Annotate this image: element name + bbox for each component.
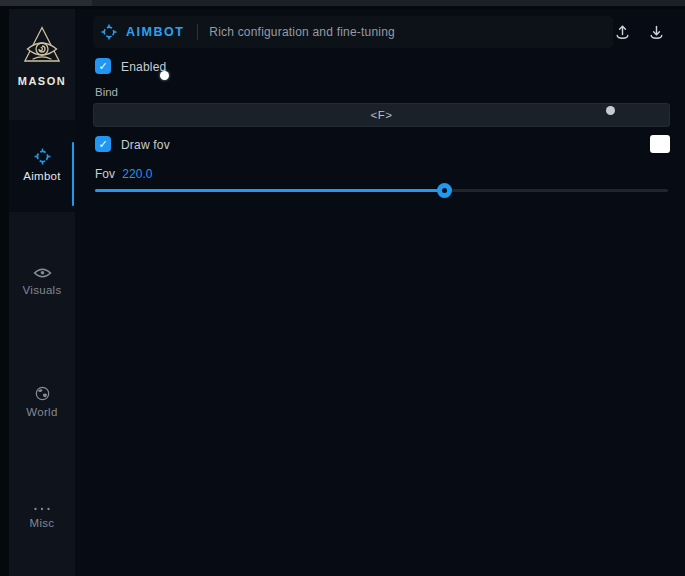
upload-icon [614, 24, 631, 41]
sidebar-item-label: World [9, 406, 75, 418]
sidebar-item-aimbot[interactable]: Aimbot [9, 120, 75, 212]
drag-handle-dot [606, 106, 615, 115]
main-content-area [75, 9, 685, 576]
sidebar-item-label: Visuals [9, 284, 75, 296]
page-header: AIMBOT Rich configuration and fine-tunin… [93, 16, 613, 48]
brand-name: MASON [9, 75, 75, 87]
checkmark-icon: ✓ [98, 138, 107, 150]
sidebar-item-label: Misc [9, 517, 75, 529]
draw-fov-checkbox[interactable]: ✓ [95, 136, 111, 152]
enabled-label: Enabled [121, 60, 166, 74]
page-subtitle: Rich configuration and fine-tuning [209, 25, 395, 39]
download-config-button[interactable] [643, 20, 669, 44]
fov-color-swatch[interactable] [650, 135, 670, 153]
sidebar: MASON Aimbot [9, 9, 75, 576]
ellipsis-icon [9, 506, 75, 512]
checkmark-icon: ✓ [98, 60, 107, 72]
eye-icon [9, 267, 75, 279]
globe-icon [9, 386, 75, 401]
sidebar-item-label: Aimbot [9, 170, 75, 182]
sidebar-item-visuals[interactable]: Visuals [9, 258, 75, 350]
bind-label: Bind [95, 86, 118, 98]
download-icon [648, 24, 665, 41]
fov-value: 220.0 [122, 167, 152, 181]
sidebar-item-world[interactable]: World [9, 376, 75, 468]
fov-slider-fill [95, 189, 445, 192]
app-window: MASON Aimbot [0, 0, 685, 576]
enabled-checkbox[interactable]: ✓ [95, 58, 111, 74]
header-divider [197, 24, 198, 40]
mouse-cursor-dot [160, 71, 169, 80]
fov-value-row: Fov 220.0 [95, 167, 152, 181]
fov-slider[interactable] [95, 182, 668, 198]
mason-eye-pyramid-icon [9, 25, 75, 73]
brand-logo: MASON [9, 25, 75, 87]
draw-fov-label: Draw fov [121, 138, 170, 152]
bind-key-value: <F> [371, 109, 393, 121]
fov-label: Fov [95, 167, 115, 181]
crosshair-icon [9, 148, 75, 165]
sidebar-item-misc[interactable]: Misc [9, 494, 75, 576]
fov-slider-thumb[interactable] [437, 183, 452, 198]
window-top-strip [0, 0, 685, 6]
upload-config-button[interactable] [609, 20, 635, 44]
page-title: AIMBOT [126, 25, 184, 39]
active-indicator-bar [72, 142, 75, 206]
crosshair-icon [101, 24, 117, 40]
window-top-strip-highlight [0, 0, 92, 6]
bind-key-input[interactable]: <F> [93, 103, 670, 127]
